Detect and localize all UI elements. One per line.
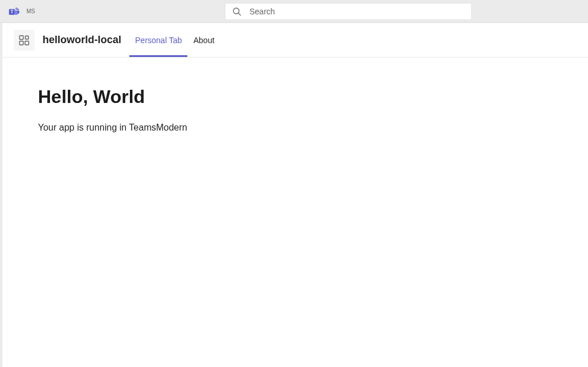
app-header: helloworld-local Personal Tab About xyxy=(2,23,588,58)
svg-point-4 xyxy=(233,8,239,14)
app-title: helloworld-local xyxy=(43,34,121,46)
page-content: Hello, World Your app is running in Team… xyxy=(2,58,588,162)
app-tile-icon xyxy=(18,35,30,46)
search-input[interactable] xyxy=(249,7,464,16)
teams-logo-icon: T xyxy=(8,6,20,17)
user-initials: MS xyxy=(26,8,35,14)
svg-rect-7 xyxy=(20,41,24,45)
app-icon-box xyxy=(14,30,34,51)
svg-point-3 xyxy=(17,9,19,10)
tab-personal-tab[interactable]: Personal Tab xyxy=(129,23,187,57)
svg-rect-6 xyxy=(20,36,24,40)
tab-about[interactable]: About xyxy=(187,23,220,57)
svg-rect-9 xyxy=(25,36,29,39)
svg-point-2 xyxy=(16,7,18,10)
top-bar: T MS xyxy=(0,0,588,23)
tab-label: Personal Tab xyxy=(135,36,182,45)
page-body-text: Your app is running in TeamsModern xyxy=(38,123,552,133)
content-area: helloworld-local Personal Tab About Hell… xyxy=(2,23,588,367)
svg-text:T: T xyxy=(10,9,13,14)
tab-label: About xyxy=(193,36,214,45)
page-heading: Hello, World xyxy=(38,86,552,108)
svg-line-5 xyxy=(239,13,241,16)
search-icon xyxy=(232,7,241,16)
svg-rect-8 xyxy=(25,41,29,45)
main-area: helloworld-local Personal Tab About Hell… xyxy=(0,23,588,367)
search-box[interactable] xyxy=(225,3,472,20)
tabs: Personal Tab About xyxy=(129,23,220,57)
